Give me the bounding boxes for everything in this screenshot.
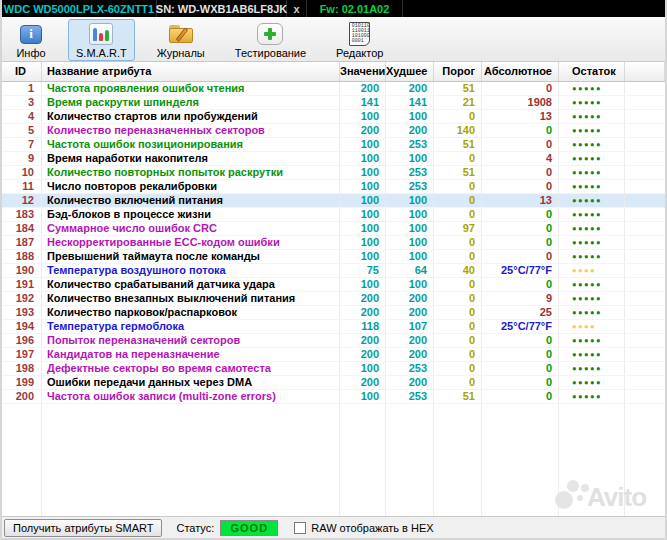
col-header-raw[interactable]: Абсолютное (482, 62, 559, 81)
table-row[interactable]: 198Дефектные секторы во время самотеста1… (2, 362, 665, 376)
table-row[interactable]: 193Количество парковок/распарковок200200… (2, 306, 665, 320)
attr-name: Нескорректированные ECC-кодом ошибки (42, 236, 340, 249)
testing-button[interactable]: Тестирование (227, 19, 314, 61)
col-header-spacer (625, 62, 665, 81)
attr-name: Частота ошибок позиционирования (42, 138, 340, 151)
attr-name: Количество внезапных выключений питания (42, 292, 340, 305)
table-row[interactable]: 12Количество включений питания100100013●… (2, 194, 665, 208)
table-row[interactable]: 9Время наработки накопителя10010004●●●●● (2, 152, 665, 166)
col-header-name[interactable]: Название атрибута (42, 62, 340, 81)
attr-health-dots: ●●●●● (559, 362, 625, 375)
smart-button[interactable]: S.M.A.R.T (68, 19, 135, 61)
table-row[interactable]: 1Частота проявления ошибок чтения2002005… (2, 82, 665, 96)
attr-raw: 0 (482, 334, 559, 347)
attr-value: 100 (340, 362, 386, 375)
tab-close-button[interactable]: x (287, 0, 307, 17)
drive-tab-bar: WDC WD5000LPLX-60ZNTT1 SN: WD-WXB1AB6LF8… (2, 0, 665, 17)
attr-id: 12 (2, 194, 42, 207)
attr-id: 4 (2, 110, 42, 123)
attr-name: Число повторов рекалибровки (42, 180, 340, 193)
col-header-health[interactable]: Остаток (559, 62, 625, 81)
logs-button[interactable]: Журналы (149, 19, 213, 61)
attr-threshold: 0 (434, 320, 482, 333)
attr-worst: 64 (386, 264, 434, 277)
attr-value: 100 (340, 110, 386, 123)
attr-name: Количество переназначенных секторов (42, 124, 340, 137)
table-row[interactable]: 197Кандидатов на переназначение20020000●… (2, 348, 665, 362)
attr-id: 193 (2, 306, 42, 319)
attr-threshold: 97 (434, 222, 482, 235)
attr-threshold: 0 (434, 194, 482, 207)
table-row[interactable]: 187Нескорректированные ECC-кодом ошибки1… (2, 236, 665, 250)
attr-name: Кандидатов на переназначение (42, 348, 340, 361)
table-row[interactable]: 3Время раскрутки шпинделя141141211908●●●… (2, 96, 665, 110)
attr-raw: 0 (482, 222, 559, 235)
row-spacer (625, 320, 665, 333)
table-row[interactable]: 192Количество внезапных выключений питан… (2, 292, 665, 306)
row-spacer (625, 264, 665, 277)
table-header: ID Название атрибута Значение Худшее Пор… (2, 62, 665, 82)
attr-worst: 100 (386, 194, 434, 207)
table-row[interactable]: 7Частота ошибок позиционирования10025351… (2, 138, 665, 152)
testing-button-label: Тестирование (235, 47, 306, 60)
status-label: Статус: (176, 522, 214, 534)
table-row[interactable]: 4Количество стартов или пробуждений10010… (2, 110, 665, 124)
attr-raw: 13 (482, 194, 559, 207)
attr-health-dots: ●●●●● (559, 292, 625, 305)
row-spacer (625, 82, 665, 95)
table-row[interactable]: 11Число повторов рекалибровки10025300●●●… (2, 180, 665, 194)
row-spacer (625, 180, 665, 193)
attr-worst: 100 (386, 110, 434, 123)
attr-worst: 253 (386, 390, 434, 403)
attr-worst: 100 (386, 152, 434, 165)
attr-health-dots: ●●●●● (559, 306, 625, 319)
attr-threshold: 0 (434, 376, 482, 389)
table-row[interactable]: 190Температура воздушного потока75644025… (2, 264, 665, 278)
col-header-worst[interactable]: Худшее (386, 62, 434, 81)
table-row[interactable]: 196Попыток переназначений секторов200200… (2, 334, 665, 348)
table-row[interactable]: 191Количество срабатываний датчика удара… (2, 278, 665, 292)
info-button-label: Инфо (16, 47, 45, 60)
table-row[interactable]: 200Частота ошибок записи (multi-zone err… (2, 390, 665, 404)
attr-name: Время раскрутки шпинделя (42, 96, 340, 109)
attr-worst: 100 (386, 250, 434, 263)
attr-threshold: 21 (434, 96, 482, 109)
col-header-threshold[interactable]: Порог (434, 62, 482, 81)
editor-button[interactable]: 0101101100111010000001 Редактор (328, 19, 391, 61)
attr-health-dots: ●●●●● (559, 348, 625, 361)
row-spacer (625, 306, 665, 319)
table-row[interactable]: 10Количество повторных попыток раскрутки… (2, 166, 665, 180)
attr-threshold: 0 (434, 152, 482, 165)
attr-value: 100 (340, 152, 386, 165)
table-row[interactable]: 183Бэд-блоков в процессе жизни10010000●●… (2, 208, 665, 222)
attr-health-dots: ●●●●● (559, 124, 625, 137)
col-header-id[interactable]: ID (2, 62, 42, 81)
attr-raw: 0 (482, 138, 559, 151)
attr-worst: 141 (386, 96, 434, 109)
row-spacer (625, 278, 665, 291)
table-row[interactable]: 188Превышений таймаута после команды1001… (2, 250, 665, 264)
attr-raw: 0 (482, 124, 559, 137)
attr-raw: 0 (482, 250, 559, 263)
smart-tool-window: WDC WD5000LPLX-60ZNTT1 SN: WD-WXB1AB6LF8… (0, 0, 667, 540)
attr-name: Количество стартов или пробуждений (42, 110, 340, 123)
status-good-badge: GOOD (220, 520, 278, 536)
raw-hex-checkbox[interactable] (294, 522, 306, 534)
table-row[interactable]: 199Ошибки передачи данных через DMA20020… (2, 376, 665, 390)
attr-health-dots: ●●●●● (559, 194, 625, 207)
attr-worst: 200 (386, 348, 434, 361)
attr-name: Превышений таймаута после команды (42, 250, 340, 263)
table-row[interactable]: 184Суммарное число ошибок CRC100100970●●… (2, 222, 665, 236)
row-spacer (625, 124, 665, 137)
col-header-value[interactable]: Значение (340, 62, 386, 81)
table-row[interactable]: 194Температура гермоблока118107025°C/77°… (2, 320, 665, 334)
raw-hex-checkbox-label: RAW отображать в HEX (311, 522, 433, 534)
attr-id: 183 (2, 208, 42, 221)
attr-id: 187 (2, 236, 42, 249)
info-button[interactable]: i Инфо (8, 19, 54, 61)
attr-health-dots: ●●●● (559, 264, 625, 277)
get-smart-attributes-button[interactable]: Получить атрибуты SMART (4, 519, 162, 537)
attr-id: 199 (2, 376, 42, 389)
row-spacer (625, 292, 665, 305)
table-row[interactable]: 5Количество переназначенных секторов2002… (2, 124, 665, 138)
